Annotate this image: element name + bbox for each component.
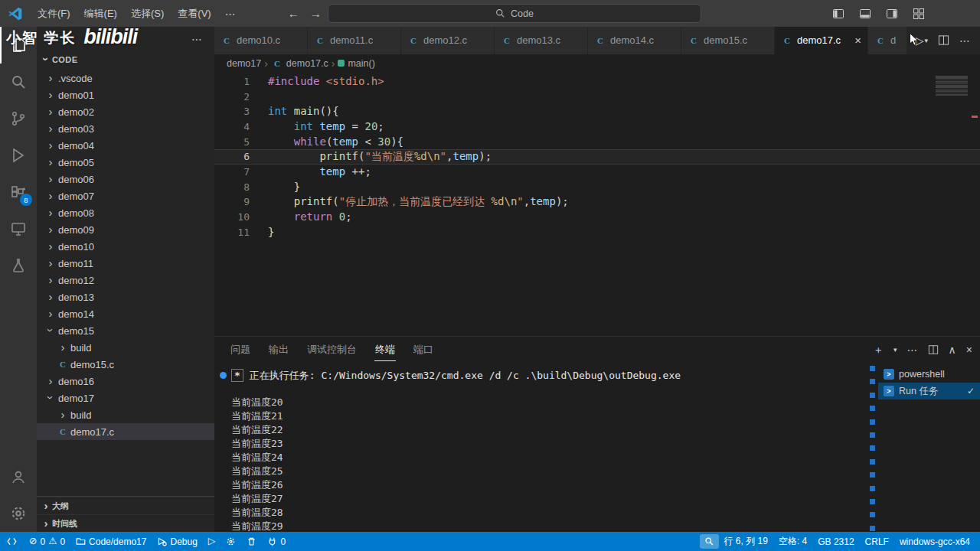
tree-item[interactable]: ›demo03 bbox=[37, 120, 214, 137]
code-line[interactable]: 9 printf("停止加热，当前温度已经到达 %d\n",temp); bbox=[214, 194, 980, 210]
indentation-status[interactable]: 空格: 4 bbox=[773, 532, 812, 551]
code-line[interactable]: 4 int temp = 20; bbox=[214, 119, 980, 135]
folder-section-header[interactable]: › CODE bbox=[37, 51, 214, 68]
problems-status[interactable]: ⊘ 0 ⚠ 0 bbox=[24, 532, 70, 551]
explorer-icon[interactable] bbox=[0, 27, 37, 64]
code-line[interactable]: 5 while(temp < 30){ bbox=[214, 135, 980, 150]
breadcrumb-item[interactable]: main() bbox=[348, 58, 374, 69]
terminal-scrollbar-decorations[interactable] bbox=[870, 366, 875, 536]
tree-item[interactable]: ›demo07 bbox=[37, 187, 214, 204]
tab-demo12.c[interactable]: Cdemo12.c bbox=[401, 27, 495, 54]
toggle-sidebar-icon[interactable] bbox=[832, 8, 844, 20]
code-line[interactable]: 11} bbox=[214, 225, 980, 240]
terminal-entry[interactable]: >Run 任务✓ bbox=[878, 383, 980, 399]
remote-indicator[interactable] bbox=[0, 532, 24, 551]
debug-status[interactable]: Debug bbox=[152, 532, 202, 551]
menu-item[interactable]: 编辑(E) bbox=[77, 0, 124, 27]
menu-item[interactable]: 查看(V) bbox=[171, 0, 217, 27]
terminal-entry[interactable]: >powershell bbox=[878, 366, 980, 383]
more-actions-icon[interactable]: ⋯ bbox=[959, 34, 971, 47]
tree-item[interactable]: ›demo14 bbox=[37, 305, 214, 322]
tree-item[interactable]: ›demo17 bbox=[37, 390, 214, 406]
maximize-panel-icon[interactable]: ∧ bbox=[949, 344, 956, 355]
eol-status[interactable]: CRLF bbox=[860, 532, 894, 551]
code-line[interactable]: 6 printf("当前温度%d\n",temp); bbox=[214, 149, 980, 165]
command-decoration-dot[interactable] bbox=[220, 372, 227, 379]
breadcrumb-item[interactable]: demo17 bbox=[227, 58, 261, 69]
tree-item[interactable]: ›.vscode bbox=[37, 70, 214, 86]
testing-icon[interactable] bbox=[0, 247, 37, 284]
code-line[interactable]: 3int main(){ bbox=[214, 104, 980, 119]
tree-item[interactable]: ›build bbox=[37, 339, 214, 356]
tree-item[interactable]: ›demo13 bbox=[37, 289, 214, 305]
panel-tab-端口[interactable]: 端口 bbox=[413, 338, 434, 361]
tree-item[interactable]: Cdemo15.c bbox=[37, 356, 214, 373]
tab-demo15.c[interactable]: Cdemo15.c bbox=[681, 27, 775, 54]
close-panel-icon[interactable]: × bbox=[966, 344, 972, 355]
run-debug-icon[interactable] bbox=[0, 137, 37, 174]
split-editor-icon[interactable] bbox=[938, 34, 949, 46]
cursor-position[interactable]: 行 6, 列 19 bbox=[719, 532, 773, 551]
toggle-panel-icon[interactable] bbox=[859, 8, 871, 20]
split-terminal-icon[interactable] bbox=[928, 344, 939, 355]
tab-d[interactable]: Cd bbox=[868, 27, 906, 54]
tree-item[interactable]: ›demo11 bbox=[37, 255, 214, 272]
settings-status-button[interactable] bbox=[220, 532, 241, 551]
source-control-icon[interactable] bbox=[0, 100, 37, 137]
tab-demo13.c[interactable]: Cdemo13.c bbox=[495, 27, 588, 54]
code-editor[interactable]: 1#include <stdio.h>23int main(){4 int te… bbox=[214, 73, 980, 336]
close-icon[interactable]: × bbox=[854, 34, 861, 46]
tree-item[interactable]: ›demo06 bbox=[37, 171, 214, 187]
tree-item[interactable]: ›demo15 bbox=[37, 322, 214, 339]
customize-layout-icon[interactable] bbox=[913, 8, 925, 20]
sidebar-section[interactable]: ›大纲 bbox=[37, 497, 214, 514]
toggle-secondary-sidebar-icon[interactable] bbox=[886, 8, 898, 20]
code-line[interactable]: 7 temp ++; bbox=[214, 165, 980, 180]
new-terminal-icon[interactable]: ＋ bbox=[873, 344, 884, 355]
minimap[interactable] bbox=[936, 76, 968, 96]
tree-item[interactable]: ›demo12 bbox=[37, 272, 214, 289]
tree-item[interactable]: ›demo05 bbox=[37, 154, 214, 171]
extensions-icon[interactable]: 8 bbox=[0, 174, 37, 210]
panel-tab-终端[interactable]: 终端 bbox=[374, 338, 396, 361]
terminal-view[interactable]: *正在执行任务: C:/Windows/System32/cmd.exe /d … bbox=[214, 363, 870, 532]
sidebar-section[interactable]: ›时间线 bbox=[37, 514, 214, 532]
command-center-search[interactable]: Code bbox=[328, 4, 701, 23]
tree-item[interactable]: ›demo02 bbox=[37, 103, 214, 120]
code-line[interactable]: 1#include <stdio.h> bbox=[214, 74, 980, 90]
compiler-status[interactable]: windows-gcc-x64 bbox=[894, 532, 975, 551]
forward-icon[interactable]: → bbox=[310, 7, 322, 20]
panel-tab-输出[interactable]: 输出 bbox=[268, 338, 289, 361]
panel-tab-问题[interactable]: 问题 bbox=[230, 338, 251, 361]
panel-more-icon[interactable]: ⋯ bbox=[907, 344, 918, 355]
run-status-button[interactable]: ▷ bbox=[203, 532, 221, 551]
tree-item[interactable]: ›build bbox=[37, 406, 214, 423]
tree-item[interactable]: ›demo04 bbox=[37, 137, 214, 154]
trash-status-button[interactable] bbox=[241, 532, 262, 551]
tree-item[interactable]: ›demo09 bbox=[37, 221, 214, 238]
account-icon[interactable] bbox=[0, 458, 37, 495]
sidebar-more-actions-icon[interactable]: ⋯ bbox=[185, 33, 210, 45]
search-status-chip[interactable] bbox=[700, 534, 719, 549]
settings-gear-icon[interactable] bbox=[0, 495, 37, 532]
workspace-status[interactable]: Code/demo17 bbox=[70, 532, 152, 551]
tree-item[interactable]: ›demo10 bbox=[37, 238, 214, 255]
tab-demo11.c[interactable]: Cdemo11.c bbox=[308, 27, 401, 54]
breadcrumb-item[interactable]: demo17.c bbox=[286, 58, 328, 69]
code-line[interactable]: 2 bbox=[214, 90, 980, 105]
tab-demo17.c[interactable]: Cdemo17.c× bbox=[775, 27, 868, 54]
remote-explorer-icon[interactable] bbox=[0, 210, 37, 247]
code-line[interactable]: 10 return 0; bbox=[214, 210, 980, 225]
encoding-status[interactable]: GB 2312 bbox=[812, 532, 859, 551]
search-sidebar-icon[interactable] bbox=[0, 64, 37, 100]
terminal-dropdown-icon[interactable]: ▾ bbox=[893, 347, 897, 354]
plug-status[interactable]: 0 bbox=[262, 532, 291, 551]
tree-item[interactable]: ›demo01 bbox=[37, 86, 214, 103]
menu-overflow-icon[interactable]: ⋯ bbox=[218, 8, 243, 20]
menu-item[interactable]: 选择(S) bbox=[124, 0, 171, 27]
tree-item[interactable]: Cdemo17.c bbox=[37, 423, 214, 440]
tree-item[interactable]: ›demo08 bbox=[37, 204, 214, 221]
back-icon[interactable]: ← bbox=[288, 7, 299, 20]
code-line[interactable]: 8 } bbox=[214, 180, 980, 195]
menu-item[interactable]: 文件(F) bbox=[31, 0, 77, 27]
